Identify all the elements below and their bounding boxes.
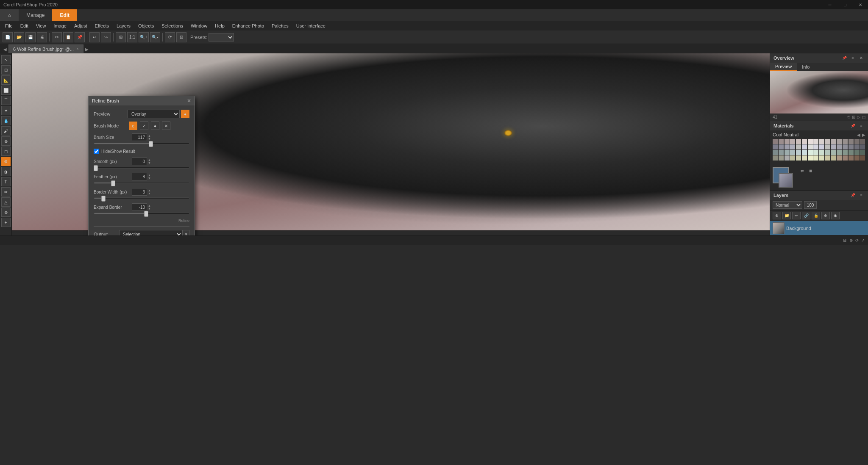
swatch-1-2[interactable] (785, 144, 790, 149)
swatch-0-10[interactable] (831, 139, 836, 144)
swatch-1-8[interactable] (819, 144, 824, 149)
save-btn[interactable]: 💾 (25, 32, 36, 42)
swatch-2-8[interactable] (819, 150, 824, 155)
new-btn[interactable]: 📄 (3, 32, 13, 42)
swatch-2-3[interactable] (790, 150, 795, 155)
tool-pen[interactable]: ✏ (1, 187, 11, 197)
swatch-2-12[interactable] (843, 150, 848, 155)
swatch-0-4[interactable] (796, 139, 801, 144)
brush-mode-btn-3[interactable]: ✕ (162, 122, 170, 130)
border-width-thumb[interactable] (101, 196, 106, 202)
menu-palettes[interactable]: Palettes (268, 21, 292, 30)
swatch-1-15[interactable] (860, 144, 865, 149)
swatch-3-10[interactable] (831, 155, 836, 161)
status-icon-reset[interactable]: ⟳ (855, 238, 859, 243)
overview-pin-button[interactable]: 📌 (841, 55, 848, 61)
swatch-1-1[interactable] (779, 144, 784, 149)
manage-nav-button[interactable]: Manage (19, 9, 52, 21)
swatch-3-1[interactable] (779, 155, 784, 161)
tool-add[interactable]: + (1, 218, 11, 227)
tool-clone[interactable]: ⊕ (1, 136, 11, 146)
brush-size-slider-container[interactable] (94, 143, 189, 144)
swatch-2-14[interactable] (854, 150, 860, 155)
swatch-0-0[interactable] (773, 139, 778, 144)
menu-adjust[interactable]: Adjust (71, 21, 91, 30)
tab-info[interactable]: Info (797, 63, 815, 71)
swatch-0-12[interactable] (843, 139, 848, 144)
status-icon-monitor[interactable]: 🖥 (843, 238, 847, 243)
feather-track[interactable] (94, 182, 189, 184)
status-icon-arrow[interactable]: ↗ (861, 238, 865, 243)
menu-effects[interactable]: Effects (92, 21, 112, 30)
menu-layers[interactable]: Layers (113, 21, 134, 30)
swatch-1-5[interactable] (802, 144, 807, 149)
palette-prev[interactable]: ◀ (857, 133, 860, 137)
brush-mode-btn-2[interactable]: ● (151, 122, 159, 130)
expand-border-down[interactable]: ▼ (148, 207, 151, 210)
menu-objects[interactable]: Objects (135, 21, 157, 30)
redo-btn[interactable]: ↪ (101, 32, 111, 42)
default-colors-button[interactable]: ◼ (807, 167, 814, 174)
swatch-0-5[interactable] (802, 139, 807, 144)
swatch-2-10[interactable] (831, 150, 836, 155)
swatch-2-7[interactable] (813, 150, 818, 155)
swatch-2-15[interactable] (860, 150, 865, 155)
swatch-3-13[interactable] (849, 155, 854, 161)
tool-shape[interactable]: △ (1, 197, 11, 207)
swatch-1-10[interactable] (831, 144, 836, 149)
swatch-1-13[interactable] (849, 144, 854, 149)
tool-straighten[interactable]: 📐 (1, 75, 11, 85)
tab-preview[interactable]: Preview (770, 63, 797, 71)
swatch-3-4[interactable] (796, 155, 801, 161)
rotate-btn[interactable]: ⟳ (165, 32, 175, 42)
brush-mode-btn-1[interactable]: ✓ (140, 122, 148, 130)
swatch-2-6[interactable] (808, 150, 813, 155)
tool-arrow[interactable]: ↖ (1, 55, 11, 64)
close-button[interactable]: ✕ (853, 0, 868, 9)
materials-pin-button[interactable]: 📌 (849, 122, 856, 129)
opacity-input[interactable] (804, 201, 817, 209)
zoom-in-btn[interactable]: 🔍+ (139, 32, 149, 42)
smooth-thumb[interactable] (94, 165, 98, 171)
swatch-0-11[interactable] (837, 139, 842, 144)
output-select[interactable]: Selection (119, 230, 183, 235)
tool-freehand[interactable]: ⌒ (1, 96, 11, 105)
swatch-2-2[interactable] (785, 150, 790, 155)
swatch-0-2[interactable] (785, 139, 790, 144)
print-btn[interactable]: 🖨 (37, 32, 47, 42)
preview-select[interactable]: Overlay (128, 110, 180, 118)
layer-item-background[interactable]: Background (770, 221, 868, 235)
undo-btn[interactable]: ↩ (89, 32, 100, 42)
menu-image[interactable]: Image (50, 21, 70, 30)
tool-refine[interactable]: ⚙ (1, 157, 11, 166)
flatten-layer-button[interactable]: ◉ (831, 212, 840, 219)
swatch-2-4[interactable] (796, 150, 801, 155)
smooth-slider-container[interactable] (94, 167, 189, 169)
swatch-3-8[interactable] (819, 155, 824, 161)
swatch-1-0[interactable] (773, 144, 778, 149)
zoom-actual-btn[interactable]: 1:1 (127, 32, 137, 42)
overview-fullscreen-icon[interactable]: ◻ (862, 115, 865, 119)
palette-next[interactable]: ▶ (862, 133, 865, 137)
swatch-0-8[interactable] (819, 139, 824, 144)
menu-user-interface[interactable]: User Interface (293, 21, 329, 30)
tool-eraser[interactable]: ◻ (1, 147, 11, 156)
home-nav-button[interactable]: ⌂ (0, 9, 19, 21)
swatch-1-12[interactable] (843, 144, 848, 149)
swatch-3-9[interactable] (825, 155, 830, 161)
blend-mode-select[interactable]: Normal (773, 201, 802, 209)
menu-edit[interactable]: Edit (17, 21, 32, 30)
tab-prev-button[interactable]: ◀ (2, 45, 8, 53)
swatch-2-0[interactable] (773, 150, 778, 155)
new-group-button[interactable]: 📁 (782, 212, 791, 219)
border-width-input[interactable] (132, 188, 147, 196)
feather-thumb[interactable] (111, 180, 115, 186)
paste-btn[interactable]: 📌 (75, 32, 85, 42)
menu-file[interactable]: File (2, 21, 16, 30)
brush-size-down[interactable]: ▼ (148, 137, 151, 140)
expand-border-thumb[interactable] (144, 211, 148, 217)
tool-dodge[interactable]: ◑ (1, 167, 11, 176)
tool-crop[interactable]: ⊡ (1, 65, 11, 75)
tool-dropper[interactable]: 💧 (1, 116, 11, 125)
menu-window[interactable]: Window (187, 21, 211, 30)
